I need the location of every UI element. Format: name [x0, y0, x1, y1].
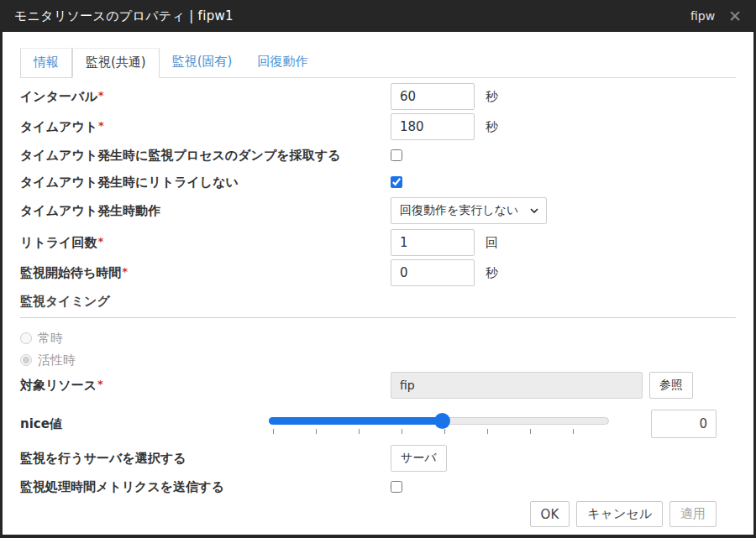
timeout-row: タイムアウト* 秒 [20, 113, 736, 140]
wait-start-label: 監視開始待ち時間* [20, 265, 391, 281]
slider-thumb[interactable] [434, 413, 450, 429]
slider-tick [316, 429, 317, 434]
dialog-title: モニタリソースのプロパティ | fipw1 [14, 8, 234, 24]
interval-row: インターバル* 秒 [20, 83, 736, 110]
slider-fill [269, 417, 443, 425]
slider-tick [402, 429, 402, 434]
dialog-titlebar: モニタリソースのプロパティ | fipw1 fipw ✕ [3, 0, 753, 32]
chevron-down-icon [530, 208, 538, 213]
tab-info[interactable]: 情報 [20, 48, 72, 78]
timing-active-label: 活性時 [38, 353, 76, 368]
target-resource-input [391, 372, 643, 399]
cancel-button[interactable]: キャンセル [576, 501, 663, 527]
retry-count-row: リトライ回数* 回 [20, 229, 736, 256]
timeout-action-selected-value: 回復動作を実行しない [400, 203, 518, 218]
retry-count-input[interactable] [391, 229, 475, 256]
interval-label: インターバル* [20, 89, 391, 105]
dialog-footer: OK キャンセル 適用 [20, 501, 717, 527]
monitor-common-form: インターバル* 秒 タイムアウト* 秒 タイムアウト発生時に監視プロセスのダンプ… [20, 78, 736, 535]
timeout-action-label: タイムアウト発生時動作 [20, 203, 391, 219]
dump-on-timeout-checkbox[interactable] [391, 149, 402, 161]
send-metrics-label: 監視処理時間メトリクスを送信する [20, 479, 391, 495]
slider-tick [530, 429, 531, 434]
no-retry-on-timeout-label: タイムアウト発生時にリトライしない [20, 175, 391, 191]
timeout-action-select[interactable]: 回復動作を実行しない [391, 197, 547, 224]
monitor-timing-section-label: 監視タイミング [20, 294, 110, 309]
timeout-label: タイムアウト* [20, 119, 391, 135]
tab-monitor-special[interactable]: 監視(固有) [160, 48, 245, 78]
tab-bar: 情報 監視(共通) 監視(固有) 回復動作 [20, 47, 736, 78]
target-resource-row: 対象リソース* 参照 [20, 372, 736, 399]
timing-always-radio [20, 332, 32, 344]
slider-tick [444, 429, 445, 434]
server-select-row: 監視を行うサーバを選択する サーバ [20, 445, 736, 472]
server-select-label: 監視を行うサーバを選択する [20, 451, 391, 467]
nice-value-row: nice値 [20, 410, 736, 438]
required-mark: * [97, 378, 103, 390]
slider-tick [573, 429, 574, 434]
ok-button[interactable]: OK [530, 501, 570, 527]
dump-on-timeout-row: タイムアウト発生時に監視プロセスのダンプを採取する [20, 144, 736, 167]
monitor-resource-properties-dialog: モニタリソースのプロパティ | fipw1 fipw ✕ 情報 監視(共通) 監… [0, 0, 756, 538]
send-metrics-checkbox[interactable] [391, 481, 402, 493]
apply-button: 適用 [669, 501, 717, 527]
tab-monitor-common[interactable]: 監視(共通) [72, 48, 160, 78]
timeout-action-row: タイムアウト発生時動作 回復動作を実行しない [20, 197, 736, 224]
interval-input[interactable] [391, 83, 475, 110]
monitor-timing-section-header: 監視タイミング [20, 293, 736, 318]
wait-start-unit: 秒 [486, 265, 498, 281]
browse-button[interactable]: 参照 [649, 372, 693, 399]
required-mark: * [122, 265, 128, 278]
slider-tick [487, 429, 488, 434]
tab-recovery-action[interactable]: 回復動作 [244, 48, 320, 78]
timing-active-radio [20, 354, 32, 366]
titlebar-context-label: fipw [690, 9, 715, 23]
target-resource-label: 対象リソース* [20, 378, 391, 394]
no-retry-on-timeout-row: タイムアウト発生時にリトライしない [20, 170, 736, 194]
dump-on-timeout-label: タイムアウト発生時に監視プロセスのダンプを採取する [20, 148, 391, 164]
wait-start-row: 監視開始待ち時間* 秒 [20, 259, 736, 286]
slider-tick [273, 429, 274, 434]
wait-start-input[interactable] [391, 259, 475, 286]
timeout-unit: 秒 [486, 119, 498, 135]
required-mark: * [97, 235, 103, 248]
timing-always-label: 常時 [38, 331, 63, 347]
server-button[interactable]: サーバ [391, 445, 447, 472]
nice-value-input[interactable] [651, 410, 717, 438]
timing-always-row: 常時 [20, 328, 736, 348]
send-metrics-row: 監視処理時間メトリクスを送信する [20, 478, 736, 495]
close-icon[interactable]: ✕ [728, 8, 742, 24]
nice-value-slider[interactable] [269, 410, 609, 438]
retry-count-label: リトライ回数* [20, 235, 391, 251]
dialog-content: 情報 監視(共通) 監視(固有) 回復動作 インターバル* 秒 タイムアウト* … [3, 32, 753, 535]
no-retry-on-timeout-checkbox[interactable] [391, 176, 402, 188]
retry-count-unit: 回 [486, 235, 498, 251]
slider-tick [359, 429, 360, 434]
timing-active-row: 活性時 [20, 350, 736, 370]
interval-unit: 秒 [486, 89, 498, 105]
timeout-input[interactable] [391, 113, 475, 140]
required-mark: * [98, 119, 104, 132]
nice-value-label: nice値 [20, 416, 269, 432]
required-mark: * [98, 89, 104, 102]
